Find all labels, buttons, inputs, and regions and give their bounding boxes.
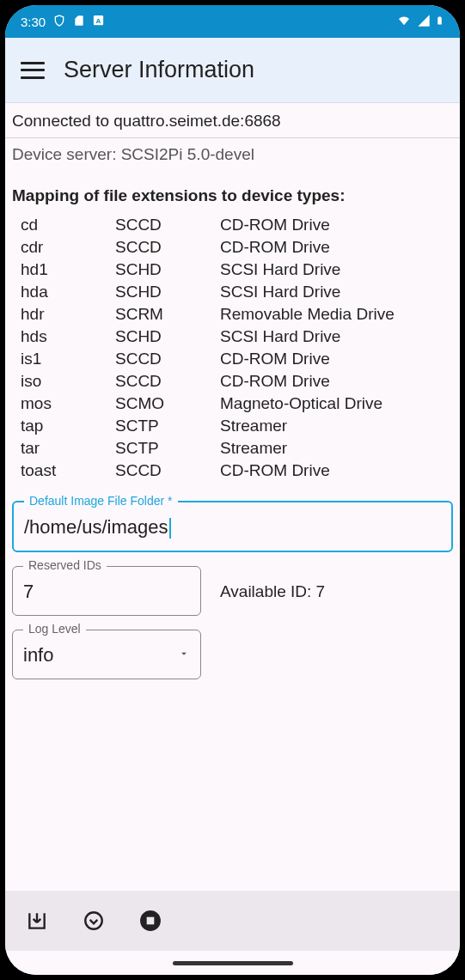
shield-icon [52,13,66,31]
mapping-row: hdsSCHDSCSI Hard Drive [21,326,453,348]
mapping-code: SCMO [115,393,220,415]
mapping-ext: hds [21,326,115,348]
mapping-row: hdrSCRMRemovable Media Drive [21,303,453,326]
device-frame: 3:30 A [0,0,465,980]
mapping-ext: cd [21,214,115,236]
bottom-toolbar [5,891,460,951]
mapping-ext: hdr [21,303,115,326]
text-caret [169,518,171,539]
stop-button[interactable] [138,908,163,934]
mapping-code: SCTP [115,415,220,437]
mapping-code: SCCD [115,348,220,370]
mapping-code: SCCD [115,370,220,393]
mapping-ext: hda [21,281,115,303]
a-box-icon: A [92,14,105,29]
mapping-ext: mos [21,393,115,415]
mapping-row: cdrSCCDCD-ROM Drive [21,236,453,259]
mapping-row: is1SCCDCD-ROM Drive [21,348,453,370]
mapping-desc: SCSI Hard Drive [220,259,453,281]
reserved-ids-label: Reserved IDs [23,558,107,572]
wifi-icon [395,14,413,30]
mapping-code: SCTP [115,437,220,460]
mapping-ext: hd1 [21,259,115,281]
mapping-title: Mapping of file extensions to device typ… [5,171,460,214]
mapping-row: hdaSCHDSCSI Hard Drive [21,281,453,303]
dropdown-icon[interactable] [178,648,190,663]
mapping-ext: toast [21,460,115,482]
mapping-desc: SCSI Hard Drive [220,326,453,348]
mapping-row: tarSCTPStreamer [21,437,453,460]
svg-point-2 [85,912,102,929]
status-time: 3:30 [21,15,46,29]
mapping-row: toastSCCDCD-ROM Drive [21,460,453,482]
download-button[interactable] [24,908,50,934]
sd-card-icon [73,14,85,30]
mapping-desc: CD-ROM Drive [220,214,453,236]
mapping-row: mosSCMOMagneto-Optical Drive [21,393,453,415]
mapping-desc: SCSI Hard Drive [220,281,453,303]
mapping-desc: Streamer [220,415,453,437]
mapping-desc: Streamer [220,437,453,460]
page-title: Server Information [64,57,254,83]
down-circle-button[interactable] [81,908,107,934]
mapping-code: SCCD [115,236,220,259]
default-folder-field[interactable]: Default Image File Folder * /home/us/ima… [12,501,453,552]
mapping-code: SCRM [115,303,220,326]
connection-status: Connected to quattro.seimet.de:6868 [5,103,460,138]
log-level-value: info [23,644,178,667]
system-navbar [5,951,460,975]
mapping-table: cdSCCDCD-ROM DrivecdrSCCDCD-ROM Drivehd1… [5,214,460,494]
mapping-row: isoSCCDCD-ROM Drive [21,370,453,393]
battery-icon [435,13,444,31]
signal-icon [416,14,431,30]
screen: 3:30 A [5,5,460,975]
default-folder-label: Default Image File Folder * [24,494,178,508]
mapping-row: cdSCCDCD-ROM Drive [21,214,453,236]
reserved-ids-field[interactable]: Reserved IDs 7 [12,566,201,616]
device-server-text: Device server: SCSI2Pi 5.0-devel [5,138,460,171]
mapping-desc: CD-ROM Drive [220,348,453,370]
content: Connected to quattro.seimet.de:6868 Devi… [5,103,460,891]
mapping-code: SCHD [115,326,220,348]
mapping-code: SCHD [115,281,220,303]
default-folder-value[interactable]: /home/us/images [24,516,171,538]
mapping-desc: CD-ROM Drive [220,370,453,393]
log-level-field[interactable]: Log Level info [12,630,201,679]
mapping-ext: is1 [21,348,115,370]
mapping-ext: tar [21,437,115,460]
mapping-desc: Magneto-Optical Drive [220,393,453,415]
mapping-row: tapSCTPStreamer [21,415,453,437]
mapping-code: SCHD [115,259,220,281]
mapping-code: SCCD [115,460,220,482]
mapping-desc: CD-ROM Drive [220,236,453,259]
svg-rect-4 [147,917,155,925]
mapping-row: hd1SCHDSCSI Hard Drive [21,259,453,281]
statusbar: 3:30 A [5,5,460,38]
mapping-ext: iso [21,370,115,393]
home-pill[interactable] [173,961,293,965]
mapping-ext: tap [21,415,115,437]
appbar: Server Information [5,38,460,103]
mapping-desc: CD-ROM Drive [220,460,453,482]
available-id-text: Available ID: 7 [220,582,325,613]
svg-text:A: A [96,17,101,25]
mapping-ext: cdr [21,236,115,259]
log-level-label: Log Level [23,622,86,636]
mapping-desc: Removable Media Drive [220,303,453,326]
reserved-ids-value[interactable]: 7 [23,581,34,602]
mapping-code: SCCD [115,214,220,236]
menu-icon[interactable] [21,62,45,79]
